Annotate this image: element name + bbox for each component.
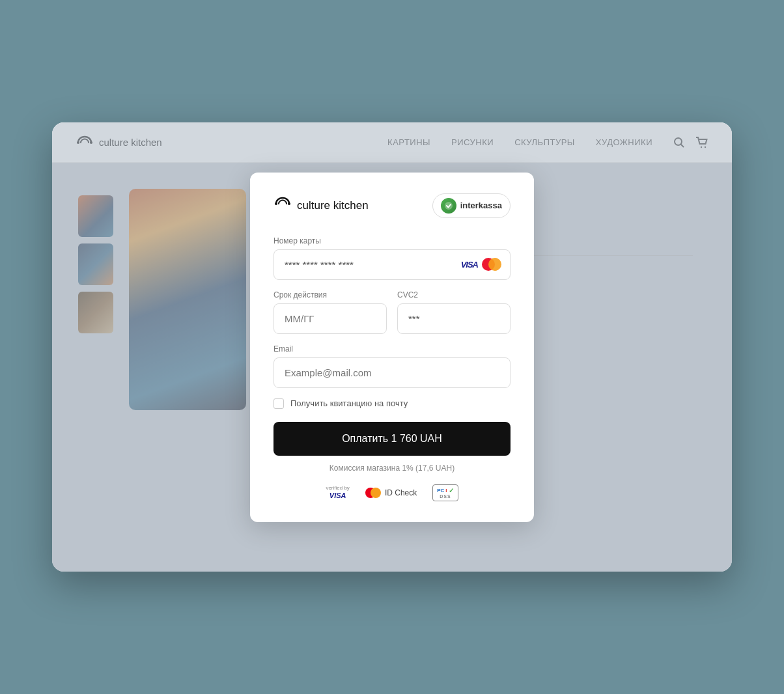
card-number-group: Номер карты VISA bbox=[273, 236, 511, 280]
modal-overlay: culture kitchen interkassa Номер карты bbox=[52, 122, 732, 572]
email-input[interactable] bbox=[273, 357, 511, 388]
interkassa-badge: interkassa bbox=[432, 193, 511, 218]
card-icons: VISA bbox=[461, 258, 501, 271]
commission-text: Комиссия магазина 1% (17,6 UAH) bbox=[273, 464, 511, 473]
svg-point-8 bbox=[275, 202, 277, 205]
card-number-label: Номер карты bbox=[273, 236, 511, 245]
modal-header: culture kitchen interkassa bbox=[273, 193, 511, 218]
expiry-cvc-row: Срок действия CVC2 bbox=[273, 290, 511, 344]
modal-logo-icon bbox=[273, 197, 292, 215]
verified-top: Verified by bbox=[326, 485, 349, 492]
interkassa-text: interkassa bbox=[460, 201, 502, 210]
visa-icon: VISA bbox=[461, 260, 478, 270]
receipt-checkbox-label: Получить квитанцию на почту bbox=[290, 398, 408, 408]
mastercard-small-icon bbox=[365, 488, 381, 498]
cvc-group: CVC2 bbox=[397, 290, 511, 334]
modal-logo-text: culture kitchen bbox=[297, 199, 369, 212]
pci-dss-badge: PC I ✓ DSS bbox=[432, 484, 458, 501]
receipt-checkbox[interactable] bbox=[273, 398, 284, 409]
expiry-group: Срок действия bbox=[273, 290, 387, 334]
id-check-text: ID Check bbox=[385, 488, 417, 497]
modal-logo: culture kitchen bbox=[273, 197, 369, 215]
svg-point-10 bbox=[445, 202, 453, 210]
security-badges: Verified by VISA ID Check PC I ✓ bbox=[273, 484, 511, 501]
email-group: Email bbox=[273, 344, 511, 388]
card-input-wrapper: VISA bbox=[273, 249, 511, 280]
pay-button[interactable]: Оплатить 1 760 UAH bbox=[273, 422, 511, 456]
email-label: Email bbox=[273, 344, 511, 354]
svg-point-9 bbox=[288, 202, 290, 205]
verified-bottom: VISA bbox=[329, 492, 346, 500]
pci-top: PC I ✓ bbox=[437, 487, 453, 494]
pci-check-icon: ✓ bbox=[449, 487, 454, 494]
pci-bottom: DSS bbox=[440, 494, 451, 499]
expiry-label: Срок действия bbox=[273, 290, 387, 299]
verified-visa-badge: Verified by VISA bbox=[326, 485, 349, 500]
cvc-label: CVC2 bbox=[397, 290, 511, 299]
browser-window: culture kitchen КАРТИНЫ РИСУНКИ СКУЛЬПТУ… bbox=[52, 122, 732, 572]
cvc-input[interactable] bbox=[397, 303, 511, 334]
id-check-badge: ID Check bbox=[365, 488, 417, 498]
interkassa-icon bbox=[441, 198, 456, 214]
mastercard-icon bbox=[482, 258, 501, 271]
payment-modal: culture kitchen interkassa Номер карты bbox=[250, 173, 534, 522]
receipt-checkbox-row: Получить квитанцию на почту bbox=[273, 398, 511, 409]
expiry-input[interactable] bbox=[273, 303, 387, 334]
